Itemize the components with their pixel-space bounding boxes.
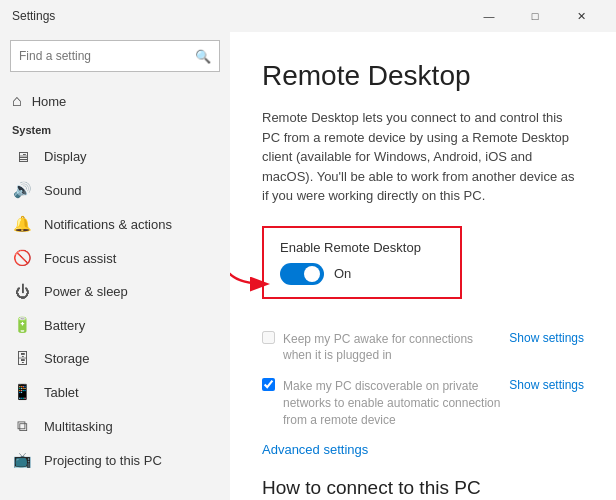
main-content: 🔍 ⌂ Home System 🖥 Display 🔊 Sound 🔔 Noti… bbox=[0, 32, 616, 500]
projecting-icon: 📺 bbox=[12, 451, 32, 469]
enable-toggle[interactable] bbox=[280, 263, 324, 285]
system-section-title: System bbox=[0, 118, 230, 140]
sidebar-item-label: Focus assist bbox=[44, 251, 116, 266]
sidebar-item-storage[interactable]: 🗄 Storage bbox=[0, 342, 230, 375]
enable-label: Enable Remote Desktop bbox=[280, 240, 444, 255]
sidebar-item-label: Tablet bbox=[44, 385, 79, 400]
sidebar-item-power[interactable]: ⏻ Power & sleep bbox=[0, 275, 230, 308]
sidebar-item-label: Multitasking bbox=[44, 419, 113, 434]
toggle-row: On bbox=[280, 263, 444, 285]
sidebar-item-battery[interactable]: 🔋 Battery bbox=[0, 308, 230, 342]
power-icon: ⏻ bbox=[12, 283, 32, 300]
keep-awake-text: Keep my PC awake for connections when it… bbox=[283, 331, 501, 365]
sidebar: 🔍 ⌂ Home System 🖥 Display 🔊 Sound 🔔 Noti… bbox=[0, 32, 230, 500]
enable-container: Enable Remote Desktop On bbox=[262, 226, 584, 315]
minimize-button[interactable]: — bbox=[466, 0, 512, 32]
connect-heading: How to connect to this PC bbox=[262, 477, 584, 499]
focus-icon: 🚫 bbox=[12, 249, 32, 267]
checkbox-left-2: Make my PC discoverable on private netwo… bbox=[262, 378, 501, 428]
page-title: Remote Desktop bbox=[262, 60, 584, 92]
search-box[interactable]: 🔍 bbox=[10, 40, 220, 72]
sidebar-item-sound[interactable]: 🔊 Sound bbox=[0, 173, 230, 207]
checkbox-left-1: Keep my PC awake for connections when it… bbox=[262, 331, 501, 365]
content-panel: Remote Desktop Remote Desktop lets you c… bbox=[230, 32, 616, 500]
search-icon: 🔍 bbox=[195, 49, 211, 64]
sidebar-item-label: Sound bbox=[44, 183, 82, 198]
keep-awake-section: Keep my PC awake for connections when it… bbox=[262, 331, 584, 365]
tablet-icon: 📱 bbox=[12, 383, 32, 401]
sidebar-item-label: Notifications & actions bbox=[44, 217, 172, 232]
multitasking-icon: ⧉ bbox=[12, 417, 32, 435]
sound-icon: 🔊 bbox=[12, 181, 32, 199]
enable-remote-desktop-box: Enable Remote Desktop On bbox=[262, 226, 462, 299]
sidebar-item-focus-assist[interactable]: 🚫 Focus assist bbox=[0, 241, 230, 275]
sidebar-item-display[interactable]: 🖥 Display bbox=[0, 140, 230, 173]
sidebar-item-label: Projecting to this PC bbox=[44, 453, 162, 468]
toggle-state-label: On bbox=[334, 266, 351, 281]
home-label: Home bbox=[32, 94, 67, 109]
notifications-icon: 🔔 bbox=[12, 215, 32, 233]
sidebar-item-multitasking[interactable]: ⧉ Multitasking bbox=[0, 409, 230, 443]
sidebar-item-tablet[interactable]: 📱 Tablet bbox=[0, 375, 230, 409]
home-icon: ⌂ bbox=[12, 92, 22, 110]
window-controls: — □ ✕ bbox=[466, 0, 604, 32]
battery-icon: 🔋 bbox=[12, 316, 32, 334]
sidebar-item-projecting[interactable]: 📺 Projecting to this PC bbox=[0, 443, 230, 477]
search-input[interactable] bbox=[19, 49, 195, 63]
sidebar-item-home[interactable]: ⌂ Home bbox=[0, 84, 230, 118]
sidebar-item-label: Power & sleep bbox=[44, 284, 128, 299]
keep-awake-checkbox[interactable] bbox=[262, 331, 275, 344]
sidebar-item-label: Storage bbox=[44, 351, 90, 366]
page-description: Remote Desktop lets you connect to and c… bbox=[262, 108, 584, 206]
storage-icon: 🗄 bbox=[12, 350, 32, 367]
window-title: Settings bbox=[12, 9, 55, 23]
maximize-button[interactable]: □ bbox=[512, 0, 558, 32]
discoverable-checkbox[interactable] bbox=[262, 378, 275, 391]
sidebar-item-label: Battery bbox=[44, 318, 85, 333]
red-arrow-icon bbox=[230, 254, 277, 294]
advanced-settings-link[interactable]: Advanced settings bbox=[262, 442, 584, 457]
close-button[interactable]: ✕ bbox=[558, 0, 604, 32]
display-icon: 🖥 bbox=[12, 148, 32, 165]
sidebar-item-notifications[interactable]: 🔔 Notifications & actions bbox=[0, 207, 230, 241]
discoverable-text: Make my PC discoverable on private netwo… bbox=[283, 378, 501, 428]
show-settings-link-2[interactable]: Show settings bbox=[509, 378, 584, 392]
sidebar-item-label: Display bbox=[44, 149, 87, 164]
title-bar: Settings — □ ✕ bbox=[0, 0, 616, 32]
discoverable-section: Make my PC discoverable on private netwo… bbox=[262, 378, 584, 428]
show-settings-link-1[interactable]: Show settings bbox=[509, 331, 584, 345]
